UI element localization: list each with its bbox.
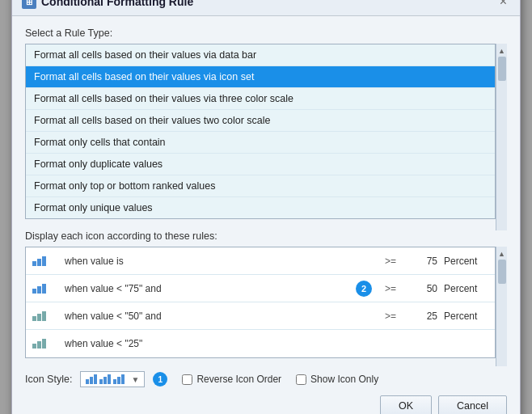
dialog-icon: ⊞ <box>22 0 36 9</box>
icon-style-preview <box>86 374 125 384</box>
when-text-0: when value is <box>65 256 372 267</box>
rule-item-top-bottom[interactable]: Format only top or bottom ranked values <box>26 175 495 197</box>
show-icon-only-checkbox[interactable] <box>296 374 306 385</box>
rule-item-duplicate[interactable]: Format only duplicate values <box>26 154 495 175</box>
rule-item-contain[interactable]: Format only cells that contain <box>26 132 495 154</box>
icon-rules-container: when value is>=75Percentwhen value < "75… <box>25 247 507 366</box>
reverse-order-label[interactable]: Reverse Icon Order <box>196 374 281 385</box>
title-bar: ⊞ Conditional Formatting Rule × <box>12 0 520 16</box>
unit-0: Percent <box>444 256 488 267</box>
close-button[interactable]: × <box>496 0 510 8</box>
icon-row-1: when value < "75" and2>=50Percent <box>26 275 495 302</box>
reverse-order-checkbox[interactable] <box>182 374 192 385</box>
scroll-thumb[interactable] <box>498 57 506 81</box>
when-text-3: when value < "25" <box>65 338 488 349</box>
rule-list-scrollbar[interactable]: ▲ <box>496 44 507 230</box>
dialog-title: Conditional Formatting Rule <box>41 0 193 8</box>
icon-rules-label: Display each icon according to these rul… <box>25 230 507 242</box>
show-icon-only-label[interactable]: Show Icon Only <box>310 374 378 385</box>
rule-item-two-color[interactable]: Format all cells based on their values t… <box>26 110 495 132</box>
icon-rules-scrollbar[interactable]: ▲ <box>496 247 507 366</box>
ok-button[interactable]: OK <box>380 395 432 414</box>
title-bar-left: ⊞ Conditional Formatting Rule <box>22 0 193 9</box>
rule-item-icon-set[interactable]: Format all cells based on their values v… <box>26 66 495 88</box>
dropdown-arrow-icon: ▼ <box>131 375 139 384</box>
rule-item-three-color[interactable]: Format all cells based on their values v… <box>26 88 495 110</box>
scroll-up-arrow[interactable]: ▲ <box>498 45 505 57</box>
when-text-2: when value < "50" and <box>65 310 372 322</box>
dialog-body: Select a Rule Type: Format all cells bas… <box>12 16 520 414</box>
unit-2: Percent <box>444 310 488 322</box>
button-row: OK Cancel <box>25 391 507 414</box>
unit-1: Percent <box>444 283 488 294</box>
reverse-order-group: Reverse Icon Order <box>182 374 281 385</box>
rule-item-unique[interactable]: Format only unique values <box>26 197 495 218</box>
icon-style-dropdown[interactable]: ▼ <box>80 371 145 387</box>
operator-1: >= <box>378 283 403 294</box>
operator-0: >= <box>378 256 403 267</box>
icon-row-0: when value is>=75Percent <box>26 247 495 275</box>
when-text-1: when value < "75" and <box>65 283 349 294</box>
icon-rules-table: when value is>=75Percentwhen value < "75… <box>25 247 496 358</box>
rule-list: Format all cells based on their values v… <box>25 44 496 219</box>
icon-scroll-up-arrow[interactable]: ▲ <box>498 248 505 260</box>
value-0: 75 <box>409 256 437 267</box>
icon-row-2: when value < "50" and>=25Percent <box>26 302 495 330</box>
operator-2: >= <box>378 310 403 322</box>
cancel-button[interactable]: Cancel <box>438 395 507 414</box>
icon-badge-1: 2 <box>356 281 372 297</box>
bottom-bar: Icon Style: ▼ 1 Revers <box>25 366 507 391</box>
value-2: 25 <box>409 310 437 322</box>
value-1: 50 <box>409 283 437 294</box>
icon-scroll-thumb[interactable] <box>498 260 506 284</box>
icon-preview-2 <box>32 311 58 321</box>
icon-row-3: when value < "25" <box>26 330 495 357</box>
icon-preview-3 <box>32 339 58 349</box>
icon-preview-1 <box>32 284 58 294</box>
rule-item-data-bar[interactable]: Format all cells based on their values v… <box>26 44 495 66</box>
conditional-formatting-dialog: ⊞ Conditional Formatting Rule × Select a… <box>11 0 521 414</box>
icon-style-badge: 1 <box>153 372 167 387</box>
show-icon-only-group: Show Icon Only <box>296 374 378 385</box>
icon-preview-0 <box>32 256 58 266</box>
icon-style-label: Icon Style: <box>25 374 72 385</box>
rule-list-container: Format all cells based on their values v… <box>25 44 507 230</box>
rule-type-label: Select a Rule Type: <box>25 27 507 39</box>
